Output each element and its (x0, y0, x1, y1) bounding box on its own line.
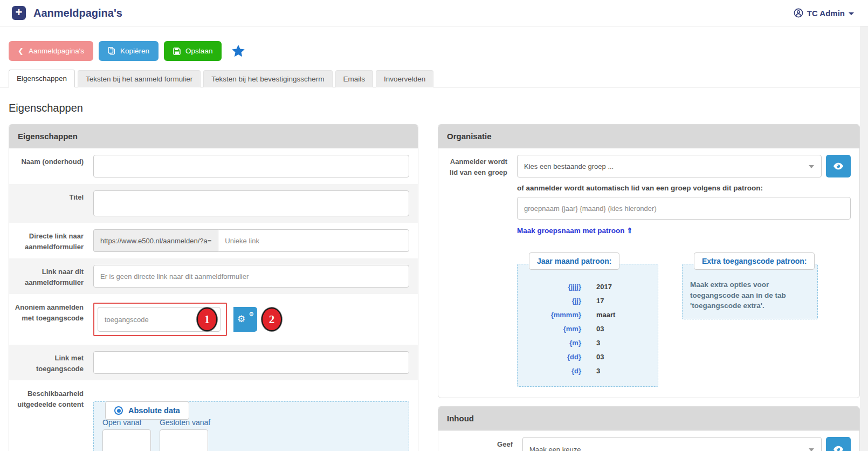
copy-icon (108, 47, 115, 55)
organisatie-panel: Organisatie Aanmelder wordt lid van een … (438, 124, 860, 398)
inhoud-panel-title: Inhoud (438, 407, 859, 430)
absolute-data-label: Absolute data (128, 406, 180, 415)
user-name: TC Admin (807, 9, 845, 18)
gears-icon: ⚙ (237, 313, 245, 325)
naam-label: Naam (onderhoud) (9, 148, 91, 184)
save-button-label: Opslaan (185, 47, 212, 55)
select-caret-icon (809, 448, 814, 451)
link-met-label: Link met toegangscode (9, 345, 91, 380)
extra-toegangscode-box: Extra toegangscode patroon: Maak extra o… (682, 252, 818, 319)
vertical-scrollbar[interactable] (860, 26, 868, 451)
directe-link-row: Directe link naar aanmeldformulier https… (9, 223, 418, 258)
tab-teksten-aanmeld-formulier[interactable]: Teksten bij het aanmeld formulier (78, 70, 201, 87)
back-button-label: Aanmeldpagina's (29, 47, 84, 55)
back-button[interactable]: Aanmeldpagina's (9, 41, 93, 61)
user-menu[interactable]: TC Admin (794, 8, 854, 18)
app-title: Aanmeldpagina's (33, 7, 122, 19)
annotation-highlight-box: 1 (93, 303, 227, 336)
tab-emails[interactable]: Emails (335, 70, 374, 87)
unieke-link-input[interactable] (218, 229, 409, 252)
groep-select[interactable]: Kies een bestaande groep ... (517, 155, 822, 177)
leerassortiment-row: Geef Leerassortiment Maak een keuze (438, 430, 859, 451)
extra-toegangscode-legend: Extra toegangscode patroon: (694, 252, 815, 270)
tab-invoervelden[interactable]: Invoervelden (376, 70, 433, 87)
generate-toegangscode-button[interactable]: ⚙ ⚙ (233, 307, 257, 332)
groep-select-value: Kies een bestaande groep ... (524, 162, 614, 170)
maak-groepsnaam-link[interactable]: Maak groepsnaam met patroon ⇑ (517, 226, 633, 235)
preview-groep-button[interactable] (826, 155, 851, 177)
token-row: {mm}03 (523, 325, 648, 333)
brand: Aanmeldpagina's (12, 6, 122, 20)
radio-checked-icon[interactable] (114, 406, 123, 415)
token-row: {m}3 (523, 339, 648, 347)
titel-input[interactable] (93, 190, 409, 216)
gesloten-vanaf-input[interactable] (160, 429, 208, 451)
link-met-toegangscode-input[interactable] (93, 351, 409, 374)
anoniem-label: Anoniem aanmelden met toegangscode (9, 294, 91, 345)
jaar-maand-patroon-box: Jaar maand patroon: {jjjj}2017 {jj}17 {m… (517, 252, 658, 387)
preview-leerassortiment-button[interactable] (826, 437, 851, 451)
page-title: Eigenschappen (9, 102, 868, 114)
copy-button[interactable]: Kopiëren (99, 41, 159, 61)
select-caret-icon (809, 165, 814, 168)
anoniem-row: Anoniem aanmelden met toegangscode 1 ⚙ ⚙… (9, 294, 418, 345)
link-naar-dit-label: Link naar dit aanmeldformulier (9, 258, 91, 294)
tab-teksten-bevestigingsscherm[interactable]: Teksten bij het bevestigingsscherm (203, 70, 332, 87)
directe-link-label: Directe link naar aanmeldformulier (9, 223, 91, 258)
token-row: {mmmm}maart (523, 311, 648, 319)
eye-icon (833, 446, 844, 451)
jaar-maand-patroon-body: {jjjj}2017 {jj}17 {mmmm}maart {mm}03 {m}… (517, 264, 658, 387)
save-button[interactable]: Opslaan (164, 41, 222, 61)
pattern-intro-text: of aanmelder wordt automatisch lid van e… (517, 184, 851, 192)
organisatie-panel-title: Organisatie (438, 125, 859, 148)
app-logo-plus-icon (12, 6, 26, 20)
leerassortiment-label: Geef Leerassortiment (438, 430, 520, 451)
top-header: Aanmeldpagina's TC Admin (0, 0, 868, 26)
eigenschappen-panel: Eigenschappen Naam (onderhoud) Titel Dir… (9, 124, 418, 451)
token-row: {d}3 (523, 367, 648, 375)
absolute-data-fieldset: Absolute data Open vanaf Gesloten vanaf (93, 401, 409, 451)
naam-input[interactable] (93, 155, 409, 177)
groep-label: Aanmelder wordt lid van een groep (438, 148, 515, 398)
token-row: {dd}03 (523, 353, 648, 361)
jaar-maand-patroon-legend: Jaar maand patroon: (529, 252, 619, 270)
save-icon (173, 47, 181, 55)
tab-eigenschappen[interactable]: Eigenschappen (9, 70, 75, 87)
toolbar: Aanmeldpagina's Kopiëren Opslaan (9, 41, 868, 61)
favorite-star-icon[interactable] (231, 44, 245, 58)
titel-label: Titel (9, 184, 91, 223)
groep-row: Aanmelder wordt lid van een groep Kies e… (438, 148, 859, 398)
leerassortiment-select[interactable]: Maak een keuze (522, 437, 822, 451)
naam-row: Naam (onderhoud) (9, 148, 418, 184)
annotation-circle-2: 2 (261, 308, 282, 331)
beschikbaarheid-label: Beschikbaarheid uitgedeelde content (9, 380, 91, 451)
titel-row: Titel (9, 184, 418, 223)
extra-toegangscode-text: Maak extra opties voor toegangscode aan … (682, 264, 818, 319)
absolute-data-option[interactable]: Absolute data (105, 401, 189, 420)
eigenschappen-panel-title: Eigenschappen (9, 125, 418, 148)
link-met-row: Link met toegangscode (9, 345, 418, 380)
beschikbaarheid-row: Beschikbaarheid uitgedeelde content Abso… (9, 380, 418, 451)
chevron-down-icon (849, 12, 854, 15)
user-icon (794, 8, 803, 18)
link-naar-dit-input[interactable] (93, 265, 409, 288)
annotation-circle-1: 1 (197, 308, 217, 331)
open-vanaf-input[interactable] (102, 429, 151, 451)
link-naar-dit-row: Link naar dit aanmeldformulier (9, 258, 418, 294)
groepnaam-patroon-input[interactable] (517, 197, 851, 220)
gears-icon-small: ⚙ (249, 311, 254, 318)
eye-icon (833, 162, 844, 170)
copy-button-label: Kopiëren (120, 47, 149, 55)
url-prefix-addon: https://www.e500.nl/aanmelden/?a= (93, 229, 218, 252)
token-row: {jj}17 (523, 297, 648, 305)
token-row: {jjjj}2017 (523, 283, 648, 291)
tab-bar: Eigenschappen Teksten bij het aanmeld fo… (0, 69, 868, 87)
chevron-left-icon (18, 47, 24, 55)
inhoud-panel: Inhoud Geef Leerassortiment Maak een keu… (438, 406, 860, 451)
